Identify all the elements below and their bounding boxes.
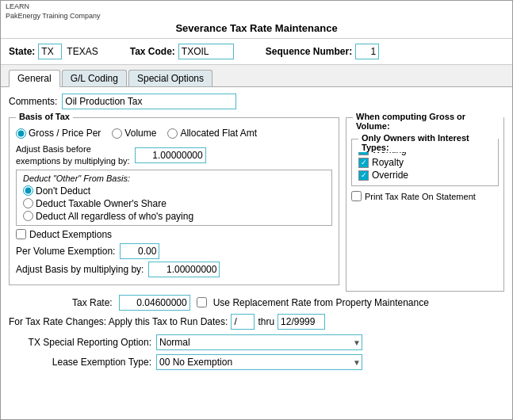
tax-rate-input[interactable] — [119, 295, 190, 311]
comments-input[interactable] — [62, 94, 236, 109]
check-override: ✓ Override — [358, 170, 492, 181]
bottom-rows: TX Special Reporting Option: Normal Othe… — [9, 334, 504, 370]
seqnum-input[interactable] — [355, 44, 379, 59]
state-name: TEXAS — [67, 46, 98, 57]
adjust-multiply-row: Adjust Basis beforeexemptions by multipl… — [16, 143, 332, 166]
per-vol-label: Per Volume Exemption: — [16, 246, 115, 257]
print-row: Print Tax Rate On Statement — [351, 191, 499, 201]
state-group: State: TEXAS — [9, 44, 98, 59]
radio-taxable-input[interactable] — [23, 198, 33, 208]
deduct-title: Deduct "Other" From Basis: — [23, 174, 325, 183]
radio-volume[interactable]: Volume — [112, 128, 156, 139]
main-content: Comments: Basis of Tax Gross / Price Per — [1, 87, 512, 419]
company-line1: LEARN — [6, 2, 507, 12]
special-reporting-row: TX Special Reporting Option: Normal Othe… — [9, 334, 504, 350]
basis-section: Basis of Tax Gross / Price Per Volume — [9, 117, 504, 292]
lease-exemption-select-wrapper: 00 No Exemption Other ▼ — [156, 354, 362, 370]
tax-rate-label: Tax Rate: — [72, 297, 113, 308]
deduct-radio-stack: Don't Deduct Deduct Taxable Owner's Shar… — [23, 185, 325, 222]
taxcode-input[interactable] — [178, 44, 234, 59]
main-window: LEARN PakEnergy Training Company Severan… — [0, 0, 513, 420]
radio-dont-label: Don't Deduct — [36, 185, 90, 197]
deduct-exemptions-row: Deduct Exemptions — [16, 229, 332, 240]
adjust-basis-label: Adjust Basis by multiplying by: — [16, 264, 144, 275]
per-vol-row: Per Volume Exemption: — [16, 243, 332, 259]
royalty-label: Royalty — [372, 157, 404, 168]
right-col: When computing Gross or Volume: Only Own… — [346, 117, 504, 292]
replacement-label: Use Replacement Rate from Property Maint… — [213, 297, 429, 308]
royalty-checkbox[interactable]: ✓ — [358, 158, 369, 168]
taxcode-label: Tax Code: — [130, 46, 175, 57]
radio-allocated-input[interactable] — [167, 128, 178, 139]
basis-title: Basis of Tax — [16, 112, 73, 121]
radio-allocated-label: Allocated Flat Amt — [180, 128, 257, 139]
tab-special-options[interactable]: Special Options — [128, 70, 212, 86]
interest-box: Only Owners with Interest Types: ✓ Worki… — [351, 139, 499, 186]
print-label: Print Tax Rate On Statement — [365, 192, 476, 201]
thru-label: thru — [258, 316, 274, 327]
interest-title: Only Owners with Interest Types: — [358, 133, 498, 152]
radio-taxable-label: Deduct Taxable Owner's Share — [36, 198, 167, 209]
check-royalty: ✓ Royalty — [358, 157, 492, 168]
radio-gross[interactable]: Gross / Price Per — [16, 128, 101, 139]
state-code-input[interactable] — [38, 44, 62, 59]
radio-dont-input[interactable] — [23, 185, 33, 196]
per-vol-input[interactable] — [120, 243, 159, 259]
tabs-bar: General G/L Coding Special Options — [1, 65, 512, 87]
taxcode-group: Tax Code: — [130, 44, 234, 59]
top-fields: State: TEXAS Tax Code: Sequence Number: — [1, 39, 512, 65]
seqnum-group: Sequence Number: — [266, 44, 379, 59]
run-dates-thru-input[interactable] — [278, 314, 325, 330]
radio-all-input[interactable] — [23, 211, 33, 221]
radio-deduct-all[interactable]: Deduct All regardless of who's paying — [23, 211, 325, 222]
radio-all-label: Deduct All regardless of who's paying — [36, 211, 193, 222]
company-line2: PakEnergy Training Company — [6, 12, 507, 21]
adjust-basis-row: Adjust Basis by multiplying by: — [16, 262, 332, 277]
lease-exemption-label: Lease Exemption Type: — [9, 357, 151, 368]
tab-gl-coding[interactable]: G/L Coding — [62, 70, 127, 86]
left-col: Basis of Tax Gross / Price Per Volume — [9, 117, 339, 292]
lease-exemption-row: Lease Exemption Type: 00 No Exemption Ot… — [9, 354, 504, 370]
tax-rate-row: Tax Rate: Use Replacement Rate from Prop… — [9, 295, 504, 311]
radio-taxable[interactable]: Deduct Taxable Owner's Share — [23, 198, 325, 209]
run-dates-from-input[interactable] — [231, 314, 255, 330]
run-dates-label: For Tax Rate Changes: Apply this Tax to … — [9, 316, 228, 327]
radio-dont-deduct[interactable]: Don't Deduct — [23, 185, 325, 197]
print-checkbox[interactable] — [351, 191, 362, 201]
when-computing-title: When computing Gross or Volume: — [353, 112, 503, 131]
adjust-multiply-input[interactable] — [135, 147, 206, 163]
run-dates-row: For Tax Rate Changes: Apply this Tax to … — [9, 314, 504, 330]
tab-general[interactable]: General — [9, 70, 60, 87]
deduct-exemptions-checkbox[interactable] — [16, 229, 26, 239]
replacement-checkbox[interactable] — [197, 297, 207, 307]
deduct-exemptions-label: Deduct Exemptions — [29, 229, 112, 240]
deduct-box: Deduct "Other" From Basis: Don't Deduct … — [16, 170, 332, 226]
radio-gross-label: Gross / Price Per — [29, 128, 101, 139]
adjust-label: Adjust Basis beforeexemptions by multipl… — [16, 143, 130, 166]
override-checkbox[interactable]: ✓ — [358, 170, 369, 181]
title-bar: LEARN PakEnergy Training Company Severan… — [1, 1, 512, 39]
override-label: Override — [372, 170, 408, 181]
basis-of-tax-box: Basis of Tax Gross / Price Per Volume — [9, 117, 339, 285]
page-title: Severance Tax Rate Maintenance — [6, 21, 507, 36]
state-label: State: — [9, 46, 35, 57]
special-reporting-select-wrapper: Normal Other ▼ — [156, 334, 362, 350]
seqnum-label: Sequence Number: — [266, 46, 352, 57]
special-reporting-select[interactable]: Normal Other — [156, 334, 362, 350]
comments-row: Comments: — [9, 94, 504, 109]
comments-label: Comments: — [9, 96, 57, 107]
company-info: LEARN PakEnergy Training Company — [6, 2, 507, 21]
radio-gross-input[interactable] — [16, 128, 26, 139]
special-reporting-label: TX Special Reporting Option: — [9, 337, 151, 348]
lease-exemption-select[interactable]: 00 No Exemption Other — [156, 354, 362, 370]
basis-radio-group: Gross / Price Per Volume Allocated Flat … — [16, 128, 332, 139]
radio-allocated[interactable]: Allocated Flat Amt — [167, 128, 257, 139]
adjust-basis-input[interactable] — [148, 262, 220, 277]
radio-volume-input[interactable] — [112, 128, 122, 139]
radio-volume-label: Volume — [124, 128, 156, 139]
